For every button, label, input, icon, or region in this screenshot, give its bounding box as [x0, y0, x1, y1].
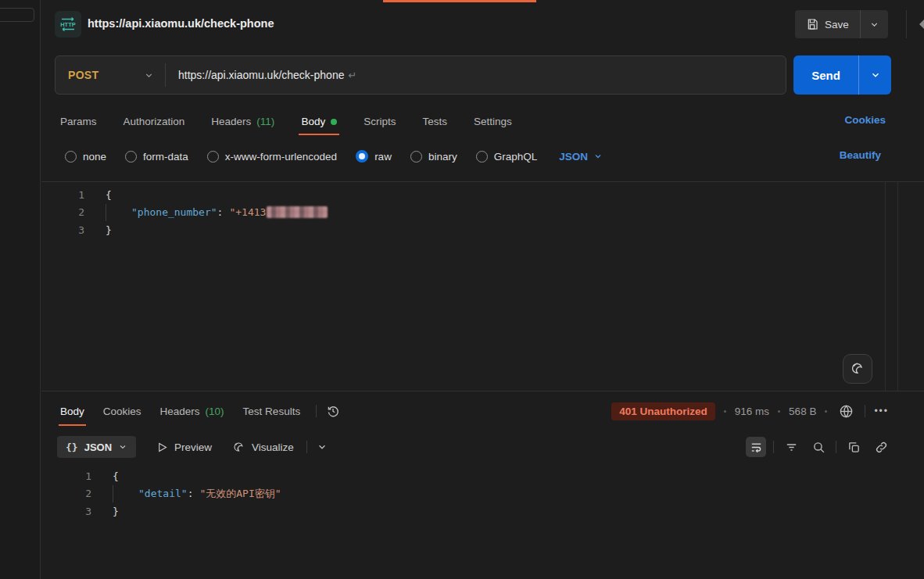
editor-scrollbar[interactable] — [885, 181, 886, 391]
response-history-button[interactable] — [323, 401, 343, 421]
response-tabs-divider — [316, 405, 317, 417]
magic-orb-icon — [232, 441, 245, 454]
radio-icon — [65, 151, 77, 163]
dot-separator — [778, 410, 780, 413]
radio-icon — [125, 151, 137, 163]
method-label: POST — [68, 69, 98, 81]
chevron-down-icon[interactable] — [317, 441, 328, 452]
editor-edge-divider — [897, 181, 898, 391]
history-clock-icon — [326, 404, 340, 418]
cookies-link[interactable]: Cookies — [844, 114, 886, 126]
braces-icon: {} — [66, 441, 78, 453]
response-toolbar-right — [746, 434, 891, 459]
chevron-down-icon — [593, 152, 603, 161]
chevron-down-icon — [869, 20, 879, 30]
network-info-button[interactable] — [836, 401, 856, 421]
response-separator — [41, 391, 924, 391]
response-size: 568 B — [789, 406, 816, 417]
request-tabs: Params Authorization Headers(11) Body Sc… — [47, 109, 525, 134]
api-client-app: { "header": { "title": "https://api.xiao… — [0, 0, 924, 579]
line-number: 2 — [41, 488, 91, 499]
save-split-button: Save — [795, 10, 888, 38]
link-icon — [875, 441, 888, 454]
send-button[interactable]: Send — [793, 55, 858, 95]
tab-scripts[interactable]: Scripts — [350, 109, 409, 134]
body-mode-radio-raw[interactable]: raw — [356, 150, 392, 163]
tab-tests[interactable]: Tests — [409, 109, 460, 134]
svg-text:HTTP: HTTP — [60, 21, 76, 28]
indent-guide — [106, 204, 131, 221]
code-line: 3 } — [41, 221, 924, 239]
line-number: 3 — [41, 224, 84, 236]
wrap-text-button[interactable] — [746, 437, 766, 457]
header-divider — [906, 10, 907, 38]
response-more-options-button[interactable]: ••• — [874, 406, 889, 416]
page-title: https://api.xiaomu.uk/check-phone — [88, 17, 274, 30]
line-number: 2 — [41, 206, 84, 218]
response-tab-body[interactable]: Body — [51, 395, 94, 427]
status-divider — [865, 405, 865, 417]
tab-settings[interactable]: Settings — [460, 109, 525, 134]
tab-headers[interactable]: Headers(11) — [198, 109, 288, 134]
visualize-button[interactable]: Visualize — [232, 441, 294, 454]
code-line: 3 } — [41, 502, 924, 520]
dot-separator — [825, 410, 827, 413]
radio-icon — [410, 151, 422, 163]
url-input[interactable]: https://api.xiaomu.uk/check-phone↵ — [166, 69, 786, 81]
toolbar-right-divider — [773, 441, 774, 453]
response-body-viewer[interactable]: 1 { 2 "detail":"无效的API密钥" 3 } — [41, 463, 924, 549]
body-mode-radio-urlencoded[interactable]: x-www-form-urlencoded — [207, 151, 337, 163]
redacted-phone-value — [267, 206, 328, 218]
response-headers-count-badge: (10) — [206, 406, 224, 417]
tab-authorization[interactable]: Authorization — [110, 109, 199, 134]
response-time: 916 ms — [735, 406, 769, 417]
request-body-editor[interactable]: 1 { 2 "phone_number":"+1413 3 } — [41, 181, 924, 391]
body-mode-radio-graphql[interactable]: GraphQL — [476, 151, 538, 163]
body-language-select[interactable]: JSON — [559, 151, 603, 163]
chevron-down-icon — [144, 70, 154, 80]
body-mode-radio-binary[interactable]: binary — [410, 151, 457, 163]
tab-params[interactable]: Params — [47, 109, 110, 134]
request-header: HTTP https://api.xiaomu.uk/check-phone S… — [41, 0, 924, 48]
sidebar-collapsed-item[interactable] — [0, 8, 34, 22]
save-options-button[interactable] — [860, 10, 888, 38]
code-line: 2 "detail":"无效的API密钥" — [41, 485, 924, 503]
json-value: "+1413 — [229, 206, 266, 218]
body-mode-radio-form-data[interactable]: form-data — [125, 151, 188, 163]
filter-icon — [785, 441, 798, 454]
line-number: 1 — [41, 470, 91, 482]
indent-guide — [113, 485, 138, 502]
beautify-link[interactable]: Beautify — [840, 149, 881, 161]
save-button[interactable]: Save — [795, 10, 860, 38]
dot-separator — [724, 410, 726, 413]
body-mode-radio-none[interactable]: none — [65, 151, 106, 163]
wrap-text-icon — [750, 441, 763, 454]
save-icon — [806, 18, 818, 30]
search-button[interactable] — [808, 437, 829, 457]
response-tab-headers[interactable]: Headers(10) — [151, 395, 234, 427]
code-line: 2 "phone_number":"+1413 — [41, 204, 924, 222]
send-options-button[interactable] — [858, 55, 891, 95]
method-select[interactable]: POST — [56, 69, 165, 81]
postbot-button[interactable] — [843, 354, 872, 384]
chevron-down-icon — [870, 70, 881, 80]
tab-body[interactable]: Body — [288, 109, 350, 134]
response-tab-cookies[interactable]: Cookies — [94, 395, 151, 427]
save-label: Save — [825, 19, 849, 30]
copy-button[interactable] — [843, 437, 864, 457]
body-modified-dot-icon — [331, 119, 337, 125]
send-split-button: Send — [793, 55, 891, 95]
body-mode-row: none form-data x-www-form-urlencoded raw… — [65, 147, 603, 166]
copy-icon — [847, 441, 861, 454]
preview-button[interactable]: Preview — [156, 441, 212, 453]
json-separator: : — [188, 488, 194, 499]
response-format-select[interactable]: {} JSON — [57, 436, 136, 458]
http-method-icon: HTTP — [55, 11, 81, 38]
filter-button[interactable] — [781, 437, 801, 457]
response-tab-test-results[interactable]: Test Results — [234, 395, 310, 427]
cursor-artifact — [919, 20, 924, 29]
radio-icon — [207, 151, 219, 163]
response-toolbar: {} JSON Preview Visualize — [57, 434, 328, 459]
line-number: 3 — [41, 506, 91, 517]
link-button[interactable] — [871, 437, 891, 457]
